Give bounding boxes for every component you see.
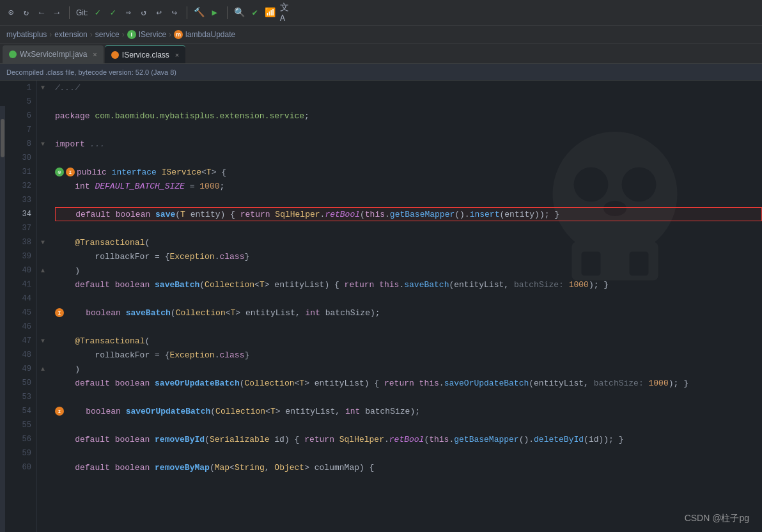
ln-31: 31 [5,165,36,179]
code-line-48: rollbackFor = { Exception . class } [55,348,762,362]
ln-40: 40 [5,263,36,278]
translate-icon[interactable]: 文A [280,7,292,19]
tab-wxserviceimpl[interactable]: WxServiceImpl.java × [3,45,104,63]
scrollbar-thumb[interactable] [1,119,4,157]
method-icon-45: I [55,308,64,317]
arrow-right-icon[interactable]: → [51,7,63,19]
code-line-50: default boolean saveOrUpdateBatch ( Coll… [55,376,762,390]
code-line-55 [55,418,762,432]
editor: 1 5 6 7 8 30 31 32 33 34 37 38 39 40 41 … [0,81,762,532]
bc-extension[interactable]: extension [54,30,87,39]
ln-56: 56 [5,432,36,446]
code-line-56: default boolean removeById ( Serializabl… [55,432,762,446]
code-line-38: @Transactional ( [55,235,762,249]
fold-32 [37,179,49,193]
ln-50: 50 [5,376,36,390]
ln-38: 38 [5,235,36,249]
app-icon: ⊙ [5,7,17,19]
fold-5 [37,95,49,109]
ln-45: 45 [5,306,36,320]
signal-icon[interactable]: 📶 [265,7,276,19]
code-line-53 [55,390,762,404]
fold-38[interactable]: ▼ [37,235,49,249]
ln-39: 39 [5,249,36,263]
code-line-31: ⊙ I public interface IService < T > { [55,165,762,179]
line-numbers: 1 5 6 7 8 30 31 32 33 34 37 38 39 40 41 … [5,81,37,532]
build-icon[interactable]: 🔨 [194,7,205,19]
code-line-47: @Transactional ( [55,334,762,348]
fold-55 [37,418,49,432]
fold-33 [37,193,49,207]
search-icon[interactable]: 🔍 [234,7,245,19]
fold-46 [37,320,49,334]
fold-47[interactable]: ▼ [37,334,49,348]
fold-49[interactable]: ▲ [37,362,49,376]
fold-1[interactable]: ▼ [37,81,49,95]
fold-31 [37,165,49,179]
fold-53 [37,390,49,404]
code-line-39: rollbackFor = { Exception . class } [55,249,762,263]
git-refresh-icon[interactable]: ↺ [138,7,150,19]
ln-34: 34 [5,207,36,221]
info-bar: Decompiled .class file, bytecode version… [0,64,762,81]
tab-iservice[interactable]: IService.class × [105,45,185,63]
bc-iservice[interactable]: IService [139,30,166,39]
git-redo-icon[interactable]: ↪ [169,7,180,19]
ln-30: 30 [5,151,36,165]
ln-47: 47 [5,334,36,348]
ln-53: 53 [5,390,36,404]
ln-60: 60 [5,460,36,474]
bc-iservice-icon: I [127,30,136,39]
code-line-5 [55,95,762,109]
ln-6: 6 [5,109,36,123]
fold-30 [37,151,49,165]
git-merge-icon[interactable]: ⇒ [123,7,134,19]
code-line-34: default boolean save ( T entity ) { retu… [55,207,762,221]
fold-40[interactable]: ▲ [37,263,49,278]
git-check2-icon[interactable]: ✓ [107,7,119,19]
fold-8[interactable]: ▼ [37,137,49,151]
fold-54 [37,404,49,418]
fold-41 [37,278,49,292]
code-line-37 [55,221,762,235]
bc-mybatisplus[interactable]: mybatisplus [6,30,47,39]
refresh-icon[interactable]: ↻ [20,7,32,19]
ln-44: 44 [5,292,36,306]
code-line-7 [55,123,762,137]
code-line-44 [55,292,762,306]
ln-7: 7 [5,123,36,137]
git-label: Git: [76,8,88,17]
ln-48: 48 [5,348,36,362]
separator [69,6,70,19]
toolbar: ⊙ ↻ ← → Git: ✓ ✓ ⇒ ↺ ↩ ↪ 🔨 ▶ 🔍 ✔ 📶 文A [0,0,762,26]
fold-59 [37,446,49,460]
fold-37 [37,221,49,235]
ln-8: 8 [5,137,36,151]
ln-55: 55 [5,418,36,432]
tab-iservice-close[interactable]: × [175,51,179,59]
run-icon[interactable]: ▶ [209,7,221,19]
check-icon[interactable]: ✔ [249,7,261,19]
ln-49: 49 [5,362,36,376]
ln-1: 1 [5,81,36,95]
code-line-33 [55,193,762,207]
watermark-text: CSDN @柱子pg [685,513,749,524]
info-text: Decompiled .class file, bytecode version… [6,68,176,76]
bc-service[interactable]: service [95,30,120,39]
code-line-46 [55,320,762,334]
arrow-left-icon[interactable]: ← [36,7,47,19]
fold-45 [37,306,49,320]
fold-column: ▼ ▼ ▼ ▲ ▼ ▲ [37,81,49,532]
bc-lambda[interactable]: lambdaUpdate [185,30,235,39]
code-line-32: int DEFAULT_BATCH_SIZE = 1000 ; [55,179,762,193]
left-scrollbar[interactable] [0,106,5,532]
ln-5: 5 [5,95,36,109]
git-check-icon[interactable]: ✓ [92,7,104,19]
code-line-54: I boolean saveOrUpdateBatch ( Collection… [55,404,762,418]
fold-50 [37,376,49,390]
ln-41: 41 [5,278,36,292]
tab-iservice-label: IService.class [122,51,169,59]
tab-wxserviceimpl-close[interactable]: × [93,51,97,58]
git-undo-icon[interactable]: ↩ [153,7,165,19]
separator2 [187,6,187,19]
